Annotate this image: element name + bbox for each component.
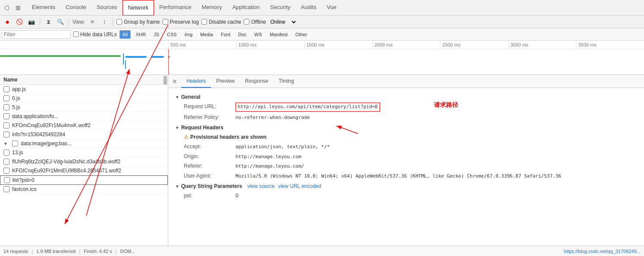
tab-security[interactable]: Security — [265, 0, 295, 16]
file-item-dataapp[interactable]: data:application/fo... — [0, 112, 168, 121]
origin-label: Origin: — [184, 153, 236, 160]
view-list-button[interactable]: ≡ — [88, 17, 97, 27]
file-item-favicon[interactable]: favicon.ico — [0, 185, 168, 194]
tick-1000: 1000 ms — [236, 41, 305, 49]
file-checkbox[interactable] — [3, 150, 9, 156]
referrer-policy-value: no-referrer-when-downgrade — [236, 114, 310, 122]
filter-js-button[interactable]: JS — [151, 30, 162, 39]
request-headers-section-header: ▼ Request Headers — [175, 122, 637, 132]
throttle-select[interactable]: Online Fast 3G Slow 3G Offline — [269, 19, 297, 25]
tab-console[interactable]: Console — [60, 0, 91, 16]
referrer-policy-label: Referrer Policy: — [184, 113, 236, 121]
request-url-row: Request URL: http://api.leyou.com/api/it… — [175, 102, 637, 112]
group-by-frame-checkbox[interactable]: Group by frame — [116, 19, 160, 25]
filter-font-button[interactable]: Font — [218, 30, 233, 39]
file-checkbox[interactable] — [4, 177, 10, 183]
file-item-0js[interactable]: 0.js — [0, 94, 168, 103]
tab-timing[interactable]: Timing — [273, 75, 299, 88]
tick-2500: 2500 ms — [440, 41, 508, 49]
offline-input[interactable] — [244, 19, 249, 25]
file-item-info[interactable]: info?t=1530425492284 — [0, 130, 168, 139]
tab-audits[interactable]: Audits — [295, 0, 321, 16]
tab-vue[interactable]: Vue — [321, 0, 342, 16]
record-button[interactable]: ● — [3, 17, 12, 27]
divider-2 — [69, 18, 69, 26]
filter-ws-button[interactable]: WS — [252, 30, 265, 39]
origin-row: Origin: http://manage.leyou.com — [175, 152, 637, 162]
disable-cache-input[interactable] — [201, 19, 207, 25]
tab-bar: ⬡ ⊞ Elements Console Sources Network Per… — [0, 0, 644, 16]
tab-network[interactable]: Network — [123, 0, 154, 16]
filter-row: Hide data URLs All XHR JS CSS Img Media … — [0, 28, 644, 41]
file-item-fluh[interactable]: flUhRq6tzZclQEJ-Vdg-luiaDsNc.d3a4b3b.wof… — [0, 157, 168, 166]
file-checkbox[interactable] — [3, 113, 9, 119]
file-name: favicon.ico — [12, 186, 164, 192]
file-checkbox[interactable] — [3, 122, 9, 128]
name-column-header: Name — [3, 77, 18, 83]
filter-img-button[interactable]: Img — [182, 30, 195, 39]
file-checkbox[interactable] — [3, 159, 9, 165]
divider-dot-3: | — [116, 249, 117, 254]
tab-elements[interactable]: Elements — [27, 0, 60, 16]
tl-bar-blue-1 — [123, 53, 124, 65]
timeline-ruler: 500 ms 1000 ms 1500 ms 2000 ms 2500 ms 3… — [0, 41, 644, 49]
file-item-5js[interactable]: 5.js — [0, 103, 168, 112]
tab-headers[interactable]: Headers — [181, 75, 211, 88]
preserve-log-input[interactable] — [163, 19, 168, 25]
tl-bar-blue-2 — [125, 56, 147, 58]
view-url-encoded-link[interactable]: view URL encoded — [278, 183, 321, 189]
file-checkbox[interactable] — [3, 168, 9, 174]
tab-preview[interactable]: Preview — [211, 75, 240, 88]
preserve-log-checkbox[interactable]: Preserve log — [163, 19, 199, 25]
file-item-13js[interactable]: 13.js — [0, 148, 168, 157]
divider-1 — [40, 18, 40, 26]
file-checkbox[interactable] — [3, 95, 9, 101]
file-checkbox[interactable] — [12, 140, 18, 147]
disable-cache-checkbox[interactable]: Disable cache — [201, 19, 241, 25]
scrollbar-thumb[interactable] — [163, 76, 167, 84]
group-by-frame-input[interactable] — [116, 19, 122, 25]
file-item-list[interactable]: list?pid=0 — [0, 175, 168, 185]
close-detail-button[interactable]: ✕ — [170, 77, 179, 86]
file-checkbox[interactable] — [3, 86, 9, 92]
tab-application[interactable]: Application — [227, 0, 265, 16]
clear-button[interactable]: 🚫 — [15, 17, 24, 27]
file-name: flUhRq6tzZclQEJ-Vdg-luiaDsNc.d3a4b3b.wof… — [12, 159, 164, 165]
file-item-kfoi[interactable]: KFOICnqEu92Fr1MmEU9fBBc4.2854671.woff2 — [0, 166, 168, 175]
cursor-icon[interactable]: ⬡ — [2, 3, 12, 13]
view-waterfall-button[interactable]: ⫶ — [100, 17, 109, 27]
filter-doc-button[interactable]: Doc — [236, 30, 249, 39]
file-checkbox[interactable] — [3, 104, 9, 110]
tab-memory[interactable]: Memory — [197, 0, 227, 16]
filter-manifest-button[interactable]: Manifest — [267, 30, 290, 39]
group-by-frame-label: Group by frame — [124, 19, 160, 25]
file-name: data:image/jpeg;bas... — [21, 140, 164, 147]
filter-css-button[interactable]: CSS — [164, 30, 179, 39]
hide-data-urls-input[interactable] — [73, 31, 79, 37]
offline-checkbox[interactable]: Offline — [244, 19, 266, 25]
hide-data-urls-checkbox[interactable]: Hide data URLs — [73, 31, 117, 37]
tab-sources[interactable]: Sources — [91, 0, 123, 16]
filter-media-button[interactable]: Media — [198, 30, 216, 39]
status-bar-link[interactable]: https://blog.csdn.net/qq_31709249... — [564, 249, 641, 254]
dock-icon[interactable]: ⊞ — [13, 3, 23, 13]
search-button[interactable]: 🔍 — [56, 17, 65, 27]
camera-button[interactable]: 📷 — [27, 17, 36, 27]
request-headers-arrow: ▼ — [175, 125, 179, 130]
filter-button[interactable]: ⧗ — [44, 17, 53, 27]
tab-performance[interactable]: Performance — [154, 0, 196, 16]
file-checkbox[interactable] — [3, 131, 9, 137]
timeline-area: 500 ms 1000 ms 1500 ms 2000 ms 2500 ms 3… — [0, 41, 644, 75]
tab-response[interactable]: Response — [240, 75, 273, 88]
file-item-kfom[interactable]: KFOmCnqEu92Fr1Mu4mxK.woff2 — [0, 121, 168, 130]
filter-other-button[interactable]: Other — [293, 30, 310, 39]
filter-xhr-button[interactable]: XHR — [133, 30, 148, 39]
view-source-link[interactable]: view source — [247, 183, 274, 189]
tick-2000: 2000 ms — [372, 41, 440, 49]
file-item-appjs[interactable]: app.js — [0, 85, 168, 94]
file-checkbox[interactable] — [3, 186, 9, 192]
filter-input[interactable] — [2, 30, 71, 39]
general-arrow: ▼ — [175, 95, 179, 100]
filter-all-button[interactable]: All — [119, 30, 131, 39]
file-item-dataimage[interactable]: ▼ data:image/jpeg;bas... — [0, 139, 168, 148]
